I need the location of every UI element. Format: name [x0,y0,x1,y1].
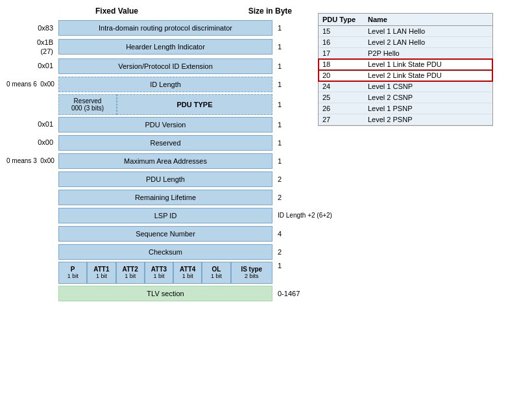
pdu-type-16: 16 [322,38,368,46]
flag-istype-name: IS type [241,266,262,273]
size-lspid: ID Length +2 (6+2) [272,212,305,219]
fixed-val-pduver: 0x01 [6,119,58,129]
size-lifetime: 2 [272,194,305,201]
pdu-name-16: Level 2 LAN Hello [368,38,489,46]
pdu-row-16: 16 Level 2 LAN Hello [319,37,492,48]
row-intra-domain: 0x83 Intra-domain routing protocol discr… [6,19,305,36]
flag-istype: IS type 2 bits [231,262,272,284]
box-reserved-row: Reserved [58,135,272,151]
box-seq-number: Sequence Number [58,226,272,242]
pdu-type-27: 27 [322,116,368,123]
fixed-val-maxarea: 0 means 3 0x00 [6,157,58,165]
flag-att1-name: ATT1 [93,266,109,273]
size-seqnum: 4 [272,230,305,238]
row-header-length: 0x1B (27) Hearder Length Indicator 1 [6,38,305,57]
pdu-name-20: Level 2 Link State PDU [368,71,489,79]
pdu-name-26: Level 1 PSNP [368,105,489,112]
box-tlv: TLV section [58,286,272,301]
pdu-row-25: 25 Level 2 CSNP [319,92,492,103]
size-pdulength: 2 [272,175,305,183]
pdu-type-24: 24 [322,82,368,90]
flag-att1-bits: 1 bit [96,273,107,279]
flag-p: P 1 bit [58,262,87,284]
row-checksum: Checksum 2 [6,244,305,260]
box-max-area: Maximum Area Addresses [58,153,272,169]
box-pdu-type: PDU TYPE [117,94,272,115]
pdu-table-header: PDU Type Name [319,14,492,26]
pdu-type-table: PDU Type Name 15 Level 1 LAN Hello 16 Le… [318,13,493,126]
box-intra-domain: Intra-domain routing protocol discrimina… [58,20,272,36]
fixed-value-header: Fixed Value [58,6,175,16]
pdu-type-15: 15 [322,27,368,35]
fixed-val-intra: 0x83 [6,23,58,32]
size-flags: 1 [272,262,305,284]
row-reserved: 0x00 Reserved 1 [6,134,305,151]
size-idlen: 1 [272,81,305,88]
header-row: Fixed Value Size in Byte [6,6,305,16]
size-pduver: 1 [272,121,305,129]
pdu-row-27: 27 Level 2 PSNP [319,114,492,125]
pdu-row-26: 26 Level 1 PSNP [319,103,492,114]
flag-att3-bits: 1 bit [153,273,164,279]
right-panel: PDU Type Name 15 Level 1 LAN Hello 16 Le… [318,6,493,409]
row-flags: P 1 bit ATT1 1 bit ATT2 1 bit ATT3 1 bit… [6,262,305,284]
flag-istype-bits: 2 bits [245,273,259,279]
box-checksum: Checksum [58,244,272,260]
box-version-proto: Version/Protocol ID Extension [58,58,272,74]
pdu-name-17: P2P Hello [368,49,489,57]
fixed-val-version: 0x01 [6,61,58,70]
size-sub: 1 [272,101,305,108]
pdu-row-18: 18 Level 1 Link State PDU [319,59,492,70]
pdu-name-27: Level 2 PSNP [368,116,489,123]
row-reserved-pdutype: Reserved 000 (3 bits) PDU TYPE 1 [6,94,305,115]
fixed-val-header-len: 0x1B (27) [6,38,58,57]
box-lsp-id: LSP ID [58,208,272,223]
fixed-val-idlen: 0 means 6 0x00 [6,80,58,88]
pdu-type-25: 25 [322,94,368,101]
sub-row-inner: Reserved 000 (3 bits) PDU TYPE [58,94,272,115]
size-reserved: 1 [272,139,305,147]
row-pdu-version: 0x01 PDU Version 1 [6,116,305,133]
size-checksum: 2 [272,248,305,256]
pdu-name-24: Level 1 CSNP [368,82,489,90]
pdu-row-20: 20 Level 2 Link State PDU [319,70,492,81]
box-remaining-lifetime: Remaining Lifetime [58,190,272,205]
flag-p-bits: 1 bit [67,273,79,279]
box-pdu-length: PDU Length [58,171,272,187]
pdu-row-15: 15 Level 1 LAN Hello [319,26,492,37]
flag-att4-bits: 1 bit [182,273,193,279]
pdu-row-17: 17 P2P Hello [319,48,492,59]
row-max-area: 0 means 3 0x00 Maximum Area Addresses 1 [6,153,305,170]
box-reserved: Reserved 000 (3 bits) [58,94,117,115]
main-container: Fixed Value Size in Byte 0x83 Intra-doma… [0,0,532,415]
size-header: Size in Byte [248,6,292,16]
pdu-type-18: 18 [322,60,368,68]
row-id-length: 0 means 6 0x00 ID Length 1 [6,76,305,93]
flags-inner: P 1 bit ATT1 1 bit ATT2 1 bit ATT3 1 bit… [58,262,272,284]
row-version-proto: 0x01 Version/Protocol ID Extension 1 [6,58,305,75]
size-version: 1 [272,62,305,70]
flag-att3-name: ATT3 [151,266,167,273]
box-id-length: ID Length [58,77,272,92]
left-panel: Fixed Value Size in Byte 0x83 Intra-doma… [6,6,305,409]
col-header-type: PDU Type [322,16,368,23]
fixed-val-flags [6,262,58,284]
col-header-name: Name [368,16,489,23]
box-pdu-version: PDU Version [58,117,272,132]
flag-ol: OL 1 bit [202,262,230,284]
box-header-length: Hearder Length Indicator [58,39,272,55]
flag-ol-bits: 1 bit [211,273,222,279]
pdu-name-25: Level 2 CSNP [368,94,489,101]
size-maxarea: 1 [272,157,305,165]
flag-att2-bits: 1 bit [125,273,136,279]
pdu-type-17: 17 [322,49,368,57]
size-intra: 1 [272,24,305,32]
flag-ol-name: OL [212,266,221,273]
row-seq-number: Sequence Number 4 [6,225,305,242]
row-pdu-length: PDU Length 2 [6,171,305,188]
row-lsp-id: LSP ID ID Length +2 (6+2) [6,207,305,224]
size-tlv: 0-1467 [272,290,305,297]
size-header-len: 1 [272,43,305,51]
flag-att4-name: ATT4 [180,266,195,273]
flag-att2-name: ATT2 [123,266,138,273]
